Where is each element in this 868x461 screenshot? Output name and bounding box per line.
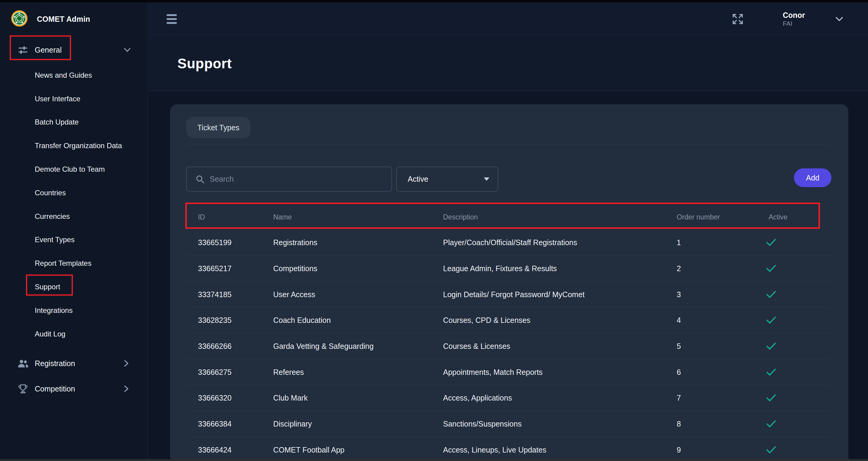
chevron-right-icon: [123, 360, 129, 367]
sidebar-general-items: News and Guides User Interface Batch Upd…: [0, 63, 148, 346]
cell-name: Competitions: [273, 264, 317, 273]
active-check-icon: [766, 342, 776, 350]
active-check-icon: [766, 316, 776, 325]
sidebar-section-label: General: [35, 45, 62, 54]
fai-logo-icon: [11, 10, 28, 27]
sidebar-item[interactable]: Transfer Organization Data: [0, 134, 148, 157]
table-row[interactable]: 33374185 User Access Login Details/ Forg…: [187, 281, 831, 307]
sidebar-item[interactable]: Currencies: [0, 205, 148, 228]
chevron-down-icon: [835, 16, 844, 22]
table-row[interactable]: 33666320 Club Mark Access, Applications …: [187, 385, 831, 411]
active-check-icon: [766, 445, 776, 454]
cell-order-number: 9: [677, 445, 681, 454]
table-row[interactable]: 33666424 COMET Football App Access, Line…: [187, 437, 831, 460]
column-header-order-number[interactable]: Order number: [677, 213, 720, 221]
tune-icon: [18, 44, 28, 55]
chevron-down-icon: [123, 47, 131, 53]
app-title: COMET Admin: [37, 2, 90, 36]
tab-ticket-types[interactable]: Ticket Types: [186, 117, 251, 138]
column-header-description[interactable]: Description: [443, 213, 478, 221]
column-header-name[interactable]: Name: [273, 213, 292, 221]
hamburger-icon: [166, 14, 177, 16]
cell-order-number: 7: [677, 394, 681, 402]
table-row[interactable]: 33666266 Garda Vetting & Safeguarding Co…: [187, 333, 831, 360]
cell-name: Club Mark: [273, 394, 308, 402]
page-header: Support: [148, 36, 868, 91]
status-filter-value: Active: [408, 175, 428, 184]
sidebar-item[interactable]: Event Types: [0, 228, 148, 252]
sidebar: COMET Admin General News and Guides User…: [0, 2, 148, 461]
menu-toggle-button[interactable]: [166, 12, 177, 26]
cell-description: Appointments, Match Reports: [443, 368, 542, 376]
table-row[interactable]: 33665199 Registrations Player/Coach/Offi…: [187, 230, 831, 256]
cell-id: 33666275: [198, 368, 231, 376]
cell-order-number: 5: [677, 342, 681, 351]
fullscreen-icon: [731, 12, 745, 26]
column-header-id[interactable]: ID: [198, 213, 205, 221]
cell-description: Player/Coach/Official/Staff Registration…: [443, 238, 577, 247]
cell-id: 33665217: [198, 264, 231, 273]
add-button[interactable]: Add: [794, 168, 831, 187]
cell-name: Disciplinary: [273, 420, 312, 428]
chevron-right-icon: [123, 385, 129, 393]
sidebar-item[interactable]: News and Guides: [0, 63, 148, 87]
cell-name: Coach Education: [273, 316, 331, 325]
sidebar-item[interactable]: Countries: [0, 181, 148, 205]
window-bottom-edge: [0, 459, 868, 461]
trophy-icon: [18, 383, 28, 394]
cell-name: User Access: [273, 290, 315, 299]
sidebar-item[interactable]: Batch Update: [0, 111, 148, 134]
user-menu-chevron[interactable]: [835, 16, 844, 22]
cell-order-number: 8: [677, 420, 681, 428]
comet-admin-app: { "app": { "title": "COMET Admin" }, "to…: [0, 0, 868, 461]
window-top-edge: [0, 0, 868, 2]
cell-description: Courses, CPD & Licenses: [443, 316, 530, 325]
table-row[interactable]: 33665217 Competitions League Admin, Fixt…: [187, 256, 831, 282]
sidebar-section-label: Competition: [35, 385, 75, 393]
status-filter-select[interactable]: Active: [396, 166, 498, 192]
cell-name: Registrations: [273, 238, 317, 247]
user-organization: FAI: [783, 20, 805, 28]
table-row[interactable]: 33666384 Disciplinary Sanctions/Suspensi…: [187, 411, 831, 437]
cell-id: 33374185: [198, 290, 231, 299]
users-icon: [18, 359, 29, 368]
cell-order-number: 3: [677, 290, 681, 299]
sidebar-item[interactable]: Demote Club to Team: [0, 157, 148, 181]
active-check-icon: [766, 368, 776, 376]
caret-down-icon: [484, 178, 489, 181]
fullscreen-button[interactable]: [731, 12, 745, 26]
cell-order-number: 4: [677, 316, 681, 325]
search-input[interactable]: [210, 175, 386, 184]
sidebar-section-registration[interactable]: Registration: [0, 351, 148, 375]
active-check-icon: [766, 394, 776, 402]
cell-id: 33666320: [198, 394, 231, 402]
cell-name: Garda Vetting & Safeguarding: [273, 342, 374, 351]
cell-description: Access, Lineups, Live Updates: [443, 445, 547, 454]
cell-description: League Admin, Fixtures & Results: [443, 264, 557, 273]
sidebar-section-general[interactable]: General: [0, 38, 148, 62]
search-icon: [195, 175, 205, 184]
cell-id: 33666266: [198, 342, 231, 351]
cell-description: Sanctions/Suspensions: [443, 420, 522, 428]
user-menu[interactable]: Conor FAI: [783, 10, 805, 28]
cell-id: 33666384: [198, 420, 231, 428]
sidebar-item[interactable]: Support: [0, 275, 148, 299]
cell-order-number: 2: [677, 264, 681, 273]
sidebar-item[interactable]: Report Templates: [0, 251, 148, 275]
table-row[interactable]: 33666275 Referees Appointments, Match Re…: [187, 359, 831, 385]
cell-name: Referees: [273, 368, 304, 376]
topbar: Conor FAI: [148, 2, 868, 36]
table-row[interactable]: 33628235 Coach Education Courses, CPD & …: [187, 307, 831, 333]
sidebar-item[interactable]: Audit Log: [0, 322, 148, 346]
sidebar-item[interactable]: Integrations: [0, 299, 148, 322]
column-header-active[interactable]: Active: [769, 213, 787, 221]
active-check-icon: [766, 420, 776, 428]
table-body: 33665199 Registrations Player/Coach/Offi…: [187, 230, 831, 459]
cell-description: Courses & Licenses: [443, 342, 510, 351]
ticket-types-card: Ticket Types Active Add ID Name Descript…: [170, 104, 848, 459]
sidebar-section-competition[interactable]: Competition: [0, 377, 148, 401]
cell-id: 33666424: [198, 445, 231, 454]
sidebar-item[interactable]: User Interface: [0, 87, 148, 111]
active-check-icon: [766, 290, 776, 298]
search-field: [186, 166, 392, 192]
